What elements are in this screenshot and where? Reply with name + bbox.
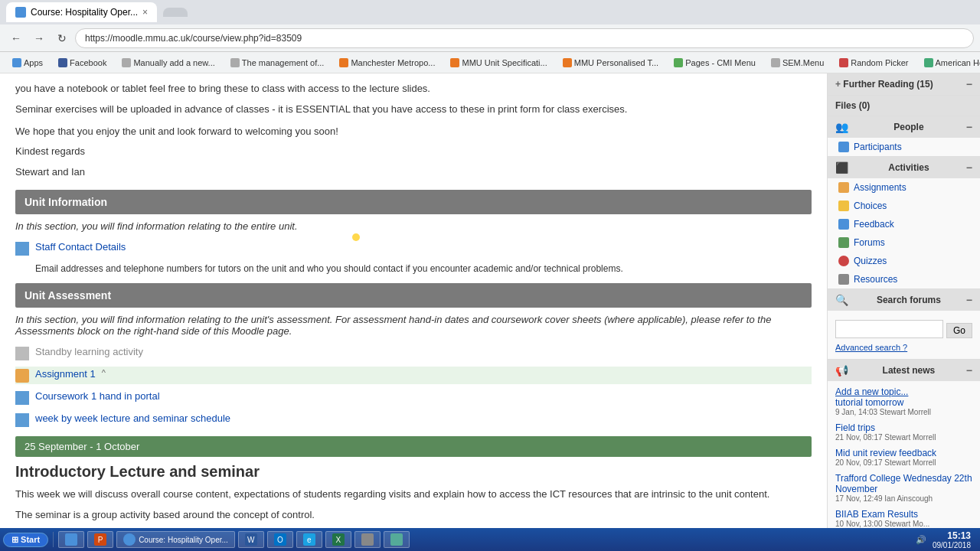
activities-header[interactable]: ⬛ Activities − [828,157,980,178]
taskbar-app-powerpoint[interactable]: P [87,531,113,548]
news-item-1: tutorial tomorrow 9 Jan, 14:03 Stewart M… [835,397,972,416]
bookmark-apps[interactable]: Apps [6,57,49,69]
news-meta-5: 10 Nov, 13:00 Stewart Mo... [835,520,972,528]
bookmark-mmu-personal-label: MMU Personalised T... [574,58,658,67]
people-block: 👥 People − Participants [828,116,980,157]
news-title-3[interactable]: Mid unit review feedback [835,448,972,458]
chrome-label: Course: Hospitality Oper... [139,536,228,544]
news-item-4: Trafford College Wednesday 22th November… [835,473,972,503]
news-icon: 📢 [835,364,848,377]
add-topic-link[interactable]: Add a new topic... [835,386,908,397]
subsection-text1: This week we will discuss overall course… [15,487,812,503]
taskbar-app-excel[interactable]: X [325,531,351,548]
taskbar-app-ie[interactable]: e [296,531,322,548]
letter-line1: you have a notebook or tablet feel free … [15,81,812,97]
staff-contact-link[interactable]: Staff Contact Details [35,241,126,253]
bookmark-facebook[interactable]: Facebook [52,57,113,69]
activities-block: ⬛ Activities − Assignments Choices Feedb… [828,157,980,289]
taskbar-app-extra1[interactable] [354,531,381,548]
sidebar-item-quizzes[interactable]: Quizzes [828,252,980,270]
news-title-4[interactable]: Trafford College Wednesday 22th November [835,473,972,494]
news-title-1[interactable]: tutorial tomorrow [835,397,972,408]
assignment1-item[interactable]: Assignment 1 ^ [15,367,812,384]
search-go-button[interactable]: Go [946,323,972,338]
tab-close[interactable]: × [142,7,148,18]
search-input[interactable] [835,320,943,338]
further-reading-block: + Further Reading (15) − [828,73,980,96]
browser-tab[interactable]: Course: Hospitality Oper... × [6,2,157,22]
bookmark-manchester-label: Manchester Metropo... [351,58,435,67]
taskbar-right: 🔊 15:13 09/01/2018 [916,530,977,549]
quizzes-icon [838,256,849,266]
refresh-button[interactable]: ↻ [52,28,72,48]
taskbar-app-extra2[interactable] [384,531,410,548]
resources-label: Resources [854,274,897,285]
taskbar-volume-icon[interactable]: 🔊 [916,535,926,545]
news-title-2[interactable]: Field trips [835,422,972,433]
standby-icon [15,347,29,360]
search-collapse[interactable]: − [966,294,972,306]
further-reading-header[interactable]: + Further Reading (15) − [828,73,980,95]
ie-icon: e [303,533,315,546]
schedule-item: week by week lecture and seminar schedul… [15,411,812,429]
bookmark-random-picker[interactable]: Random Picker [833,57,914,69]
sidebar-item-feedback[interactable]: Feedback [828,215,980,233]
news-header[interactable]: 📢 Latest news − [828,360,980,381]
news-title-5[interactable]: BIIAB Exam Results [835,509,972,520]
further-reading-collapse[interactable]: − [966,78,972,90]
taskbar-app-windows[interactable] [58,531,84,548]
bookmark-facebook-label: Facebook [70,58,106,67]
bookmark-apps-label: Apps [24,58,43,67]
bookmark-mmu-unit[interactable]: MMU Unit Specificati... [444,57,553,69]
subsection-text2: The seminar is a group activity based ar… [15,507,812,523]
news-meta-1: 9 Jan, 14:03 Stewart Morrell [835,408,972,416]
excel-icon: X [332,533,345,546]
bookmark-manchester[interactable]: Manchester Metropo... [333,57,441,69]
bookmark-manually-label: Manually add a new... [133,58,214,67]
bookmark-management[interactable]: The management of... [224,57,331,69]
taskbar-divider-1 [53,532,54,547]
address-text: https://moodle.mmu.ac.uk/course/view.php… [85,33,302,44]
sidebar-item-assignments[interactable]: Assignments [828,178,980,197]
sidebar-item-forums[interactable]: Forums [828,233,980,252]
sidebar-item-resources[interactable]: Resources [828,270,980,289]
assign-icon [15,369,29,383]
advanced-search-link[interactable]: Advanced search ? [835,343,907,352]
address-bar[interactable]: https://moodle.mmu.ac.uk/course/view.php… [75,28,974,48]
staff-contact-desc: Email addresses and telephone numbers fo… [35,262,812,276]
choices-label: Choices [854,201,887,211]
bookmark-sem-menu[interactable]: SEM.Menu [765,57,830,69]
sidebar-item-participants[interactable]: Participants [828,138,980,156]
standby-label: Standby learning activity [35,346,143,357]
activities-collapse[interactable]: − [966,161,972,174]
sidebar-item-choices[interactable]: Choices [828,197,980,215]
word-icon: W [245,533,257,546]
unit-information-header: Unit Information [15,190,812,214]
chrome-icon [123,533,136,546]
bookmark-pages-cmi[interactable]: Pages - CMI Menu [668,57,762,69]
schedule-link[interactable]: week by week lecture and seminar schedul… [35,412,230,424]
search-header[interactable]: 🔍 Search forums − [828,289,980,311]
forward-button[interactable]: → [29,28,49,48]
back-button[interactable]: ← [6,28,26,48]
assignment1-link[interactable]: Assignment 1 [35,368,96,380]
people-header[interactable]: 👥 People − [828,116,980,138]
people-collapse[interactable]: − [966,121,972,133]
people-label: People [893,122,923,132]
news-item-2: Field trips 21 Nov, 08:17 Stewart Morrel… [835,422,972,442]
news-collapse[interactable]: − [966,364,972,377]
taskbar-date: 09/01/2018 [933,541,971,549]
taskbar-app-chrome[interactable]: Course: Hospitality Oper... [116,531,235,548]
sidebar: + Further Reading (15) − Files (0) 👥 Peo… [827,73,980,551]
outlook-icon: O [274,533,286,546]
unit-information-intro: In this section, you will find informati… [15,220,812,232]
bookmark-manually[interactable]: Manually add a new... [116,57,220,69]
bookmark-mmu-personal[interactable]: MMU Personalised T... [557,57,665,69]
taskbar-app-outlook[interactable]: O [267,531,293,548]
letter-line4: Kindest regards [15,144,812,160]
bookmark-american-hotel[interactable]: American Hotel Acad... [918,57,980,69]
taskbar-app-word[interactable]: W [238,531,264,548]
new-tab[interactable] [163,8,188,17]
start-button[interactable]: ⊞ Start [3,533,48,547]
coursework-link[interactable]: Coursework 1 hand in portal [35,390,160,402]
